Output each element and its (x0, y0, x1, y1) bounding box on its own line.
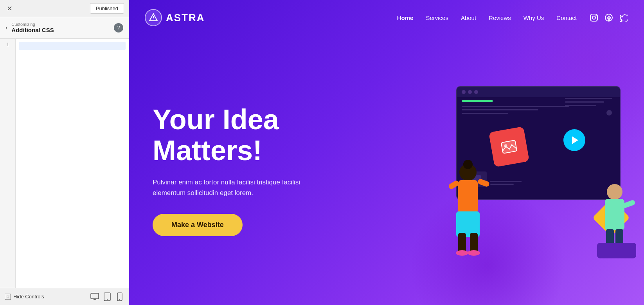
screen-line-2 (462, 109, 538, 110)
css-cursor-line (19, 42, 126, 50)
instagram-icon[interactable] (589, 13, 599, 22)
line-number-1: 1 (6, 42, 9, 47)
svg-point-25 (607, 184, 622, 200)
logo-text: ASTRA (166, 12, 205, 24)
play-triangle-icon (572, 136, 578, 144)
logo-icon (145, 9, 162, 26)
hero-subtitle: Pulvinar enim ac tortor nulla facilisi t… (153, 177, 333, 198)
svg-point-6 (119, 299, 120, 300)
back-arrow-icon[interactable]: ‹ (5, 24, 7, 31)
desktop-view-icon[interactable] (90, 292, 99, 301)
nav-link-services[interactable]: Services (426, 14, 448, 21)
nav-links: Home Services About Reviews Why Us Conta… (397, 14, 577, 21)
svg-rect-19 (477, 178, 490, 187)
svg-point-23 (456, 250, 468, 256)
social-icons (589, 13, 628, 22)
hero-section: Your Idea Matters! Pulvinar enim ac tort… (129, 35, 644, 305)
website-preview: ASTRA Home Services About Reviews Why Us… (129, 0, 644, 305)
mobile-view-icon[interactable] (115, 292, 124, 301)
tablet-view-icon[interactable] (103, 292, 112, 301)
svg-point-24 (468, 250, 480, 256)
svg-point-10 (592, 16, 595, 19)
screen-dot-1 (462, 90, 466, 94)
customizing-info: Customizing Additional CSS (11, 22, 110, 34)
nav-link-contact[interactable]: Contact (556, 14, 577, 21)
css-editor[interactable]: 1 (0, 39, 129, 288)
customizing-label: Customizing (11, 22, 110, 27)
hide-controls-button[interactable]: □ Hide Controls (5, 294, 44, 300)
svg-point-4 (107, 299, 108, 300)
help-button[interactable]: ? (114, 23, 123, 32)
customizing-title: Additional CSS (11, 27, 54, 33)
nav-link-whyus[interactable]: Why Us (523, 14, 544, 21)
published-button[interactable]: Published (90, 3, 124, 14)
nav-link-about[interactable]: About (461, 14, 476, 21)
css-content[interactable] (16, 39, 129, 288)
facebook-icon[interactable] (604, 13, 613, 22)
svg-rect-0 (91, 293, 99, 299)
top-bar: ✕ Published (0, 0, 129, 17)
screen-green-bar (462, 100, 493, 102)
play-button[interactable] (563, 129, 585, 151)
svg-rect-17 (458, 180, 478, 213)
bottom-bar: □ Hide Controls (0, 288, 129, 305)
screen-toolbar (457, 87, 620, 97)
nav-link-reviews[interactable]: Reviews (489, 14, 511, 21)
svg-point-12 (605, 14, 612, 21)
svg-rect-22 (470, 233, 478, 253)
person-1-illustration (441, 157, 495, 258)
view-icons (90, 292, 124, 301)
cta-button[interactable]: Make a Website (153, 214, 243, 236)
screen-dot-2 (468, 90, 472, 94)
hero-content: Your Idea Matters! Pulvinar enim ac tort… (153, 104, 387, 236)
line-numbers: 1 (0, 39, 16, 288)
navbar: ASTRA Home Services About Reviews Why Us… (129, 0, 644, 35)
svg-rect-26 (605, 199, 624, 230)
customizing-header: ‹ Customizing Additional CSS ? (0, 17, 129, 39)
close-button[interactable]: ✕ (5, 4, 14, 13)
screen-line-1 (462, 106, 569, 107)
svg-point-16 (463, 160, 473, 169)
svg-rect-21 (458, 233, 466, 253)
hero-title: Your Idea Matters! (153, 104, 387, 166)
hide-controls-icon: □ (5, 294, 11, 300)
left-panel: ✕ Published ‹ Customizing Additional CSS… (0, 0, 129, 305)
hero-illustration: </> (421, 82, 636, 258)
svg-rect-18 (448, 179, 460, 189)
platform (597, 243, 636, 258)
svg-point-11 (595, 15, 596, 16)
logo: ASTRA (145, 9, 205, 26)
screen-dot-3 (474, 90, 478, 94)
nav-link-home[interactable]: Home (397, 14, 414, 21)
twitter-icon[interactable] (619, 13, 628, 22)
screen-line-3 (462, 113, 508, 114)
hide-controls-label: Hide Controls (13, 294, 44, 300)
